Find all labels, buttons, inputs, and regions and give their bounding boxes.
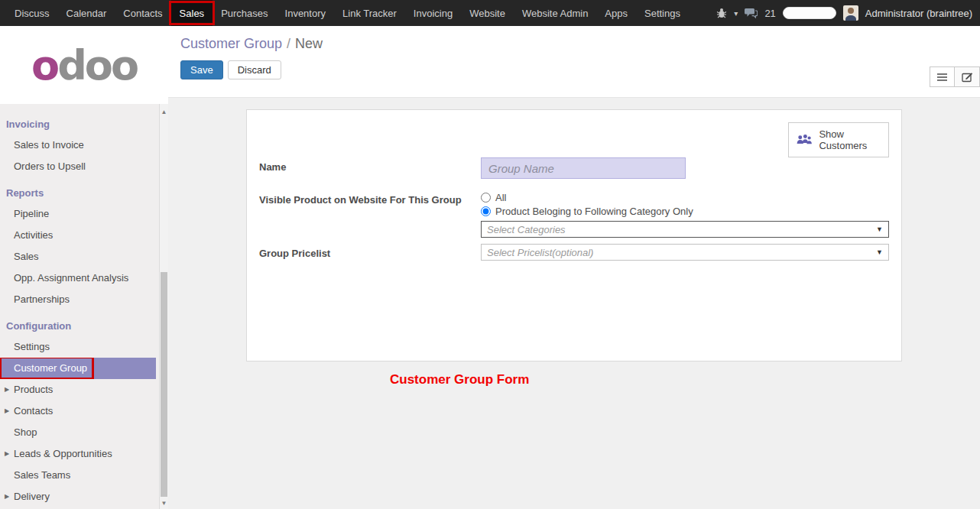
radio-category-label: Product Beloging to Following Category O… — [495, 206, 693, 217]
nav-website-admin[interactable]: Website Admin — [514, 0, 596, 26]
sidebar-item-contacts[interactable]: ▶ Contacts — [0, 400, 168, 422]
list-view-button[interactable] — [930, 66, 955, 87]
annotation-caption: Customer Group Form — [390, 372, 529, 387]
nav-discuss[interactable]: Discuss — [6, 0, 58, 26]
expand-caret-icon: ▶ — [5, 379, 9, 400]
sidebar-item-leads-opportunities-label: Leads & Opportunities — [14, 448, 112, 459]
categories-select-placeholder: Select Categories — [487, 224, 566, 235]
sidebar-item-leads-opportunities[interactable]: ▶ Leads & Opportunities — [0, 443, 168, 465]
logo-letters-rest: doo — [57, 41, 137, 89]
sidebar-item-pipeline[interactable]: Pipeline — [0, 203, 168, 225]
categories-select[interactable]: Select Categories ▼ — [481, 221, 889, 238]
bug-icon[interactable] — [716, 8, 727, 18]
nav-apps[interactable]: Apps — [596, 0, 636, 26]
breadcrumb-parent-link[interactable]: Customer Group — [180, 36, 282, 51]
scroll-up-icon[interactable]: ▲ — [160, 109, 168, 115]
sidebar-item-products[interactable]: ▶ Products — [0, 379, 168, 400]
sidebar-item-shop[interactable]: Shop — [0, 422, 168, 443]
form-fields: Name Visible Product on Website For This… — [259, 157, 889, 261]
nav-inventory[interactable]: Inventory — [277, 0, 334, 26]
sidebar-item-customer-group[interactable]: Customer Group — [0, 358, 156, 379]
sidebar-item-delivery[interactable]: ▶ Delivery — [0, 486, 168, 507]
section-title-configuration: Configuration — [0, 316, 168, 336]
control-buttons: Save Discard — [168, 52, 980, 79]
expand-caret-icon: ▶ — [5, 443, 9, 465]
view-switcher — [930, 66, 980, 87]
select-caret-down-icon: ▼ — [876, 248, 883, 256]
user-avatar[interactable] — [843, 5, 858, 21]
section-title-invoicing: Invoicing — [0, 115, 168, 135]
group-name-input[interactable] — [481, 157, 686, 179]
sidebar-scrollbar[interactable]: ▲ ▼ — [159, 104, 168, 509]
pricelist-select[interactable]: Select Pricelist(optional) ▼ — [481, 244, 889, 261]
pricelist-select-placeholder: Select Pricelist(optional) — [487, 247, 593, 258]
message-count-badge: 21 — [764, 8, 775, 19]
nav-invoicing[interactable]: Invoicing — [405, 0, 461, 26]
main-area: Customer Group/New Save Discard — [168, 26, 980, 509]
radio-all-input[interactable] — [481, 193, 491, 203]
sidebar-item-opp-assignment-analysis[interactable]: Opp. Assignment Analysis — [0, 267, 168, 289]
sidebar-item-partnerships[interactable]: Partnerships — [0, 289, 168, 310]
sidebar-item-sales-teams[interactable]: Sales Teams — [0, 465, 168, 486]
scrollbar-thumb[interactable] — [161, 272, 167, 497]
breadcrumb-separator: / — [282, 36, 295, 51]
logo-letter-accent: o — [31, 41, 57, 89]
select-caret-down-icon: ▼ — [876, 225, 883, 233]
sidebar-item-sales[interactable]: Sales — [0, 246, 168, 267]
top-navbar: Discuss Calendar Contacts Sales Purchase… — [0, 0, 980, 26]
visible-products-radio-group: All Product Beloging to Following Catego… — [481, 190, 889, 217]
radio-option-all[interactable]: All — [481, 192, 889, 203]
topbar-right-tools: ▾ 21 Administrator (braintree) — [716, 0, 980, 26]
sidebar-item-sales-to-invoice[interactable]: Sales to Invoice — [0, 135, 168, 156]
nav-sales[interactable]: Sales — [171, 0, 213, 26]
nav-settings[interactable]: Settings — [636, 0, 689, 26]
nav-link-tracker[interactable]: Link Tracker — [334, 0, 405, 26]
sidebar-item-delivery-label: Delivery — [14, 491, 50, 502]
sidebar-menu: Invoicing Sales to Invoice Orders to Ups… — [0, 104, 168, 507]
sidebar-item-activities[interactable]: Activities — [0, 225, 168, 246]
nav-calendar[interactable]: Calendar — [58, 0, 115, 26]
expand-caret-icon: ▶ — [5, 486, 9, 507]
name-field-label: Name — [259, 157, 481, 173]
radio-option-category[interactable]: Product Beloging to Following Category O… — [481, 206, 889, 217]
odoo-logo[interactable]: odoo — [0, 26, 168, 104]
user-menu[interactable]: Administrator (braintree) — [865, 8, 972, 19]
debug-caret-down-icon[interactable]: ▾ — [734, 9, 738, 18]
expand-caret-icon: ▶ — [5, 400, 9, 422]
breadcrumb-current: New — [295, 36, 323, 51]
sidebar-item-orders-to-upsell[interactable]: Orders to Upsell — [0, 156, 168, 177]
radio-all-label: All — [495, 192, 506, 203]
control-panel: Customer Group/New Save Discard — [168, 26, 980, 98]
group-pricelist-label: Group Pricelist — [259, 244, 481, 259]
show-customers-label: Show Customers — [819, 128, 881, 151]
save-button[interactable]: Save — [180, 60, 223, 79]
scroll-down-icon[interactable]: ▼ — [160, 500, 168, 507]
breadcrumb: Customer Group/New — [168, 26, 980, 52]
section-title-reports: Reports — [0, 183, 168, 203]
show-customers-button[interactable]: Show Customers — [788, 122, 889, 157]
nav-purchases[interactable]: Purchases — [213, 0, 276, 26]
customer-group-form-card: Show Customers Name Visible Product on W… — [246, 109, 902, 361]
customers-group-icon — [796, 132, 812, 148]
nav-website[interactable]: Website — [461, 0, 514, 26]
timer-pill-widget[interactable] — [783, 7, 836, 19]
sidebar: odoo Invoicing Sales to Invoice Orders t… — [0, 26, 168, 509]
visible-products-label: Visible Product on Website For This Grou… — [259, 190, 481, 206]
sidebar-item-contacts-label: Contacts — [14, 405, 53, 417]
sidebar-item-customer-group-label: Customer Group — [14, 362, 87, 374]
discard-button[interactable]: Discard — [228, 60, 281, 79]
list-icon — [936, 73, 948, 82]
nav-contacts[interactable]: Contacts — [115, 0, 170, 26]
edit-icon — [962, 72, 973, 83]
sidebar-item-settings[interactable]: Settings — [0, 336, 168, 358]
nav-sales-label: Sales — [180, 8, 205, 19]
sidebar-item-products-label: Products — [14, 384, 53, 395]
form-view-button[interactable] — [955, 66, 980, 87]
messages-icon[interactable] — [745, 8, 758, 18]
radio-category-input[interactable] — [481, 206, 491, 216]
